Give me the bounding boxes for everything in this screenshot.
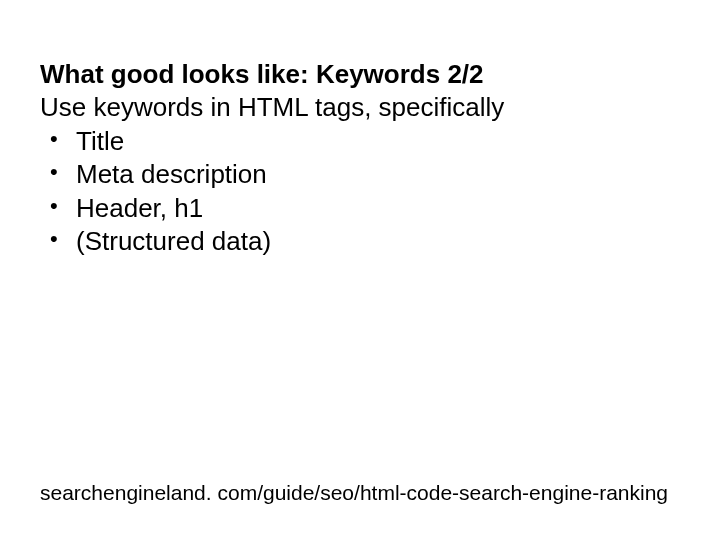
list-item: Header, h1 xyxy=(40,192,680,225)
slide-title: What good looks like: Keywords 2/2 xyxy=(40,58,680,91)
list-item: (Structured data) xyxy=(40,225,680,258)
bullet-list: Title Meta description Header, h1 (Struc… xyxy=(40,125,680,258)
slide-content: What good looks like: Keywords 2/2 Use k… xyxy=(0,0,720,540)
list-item: Title xyxy=(40,125,680,158)
slide-subtitle: Use keywords in HTML tags, specifically xyxy=(40,91,680,124)
footer-text: searchengineland. com/guide/seo/html-cod… xyxy=(40,481,668,505)
list-item: Meta description xyxy=(40,158,680,191)
